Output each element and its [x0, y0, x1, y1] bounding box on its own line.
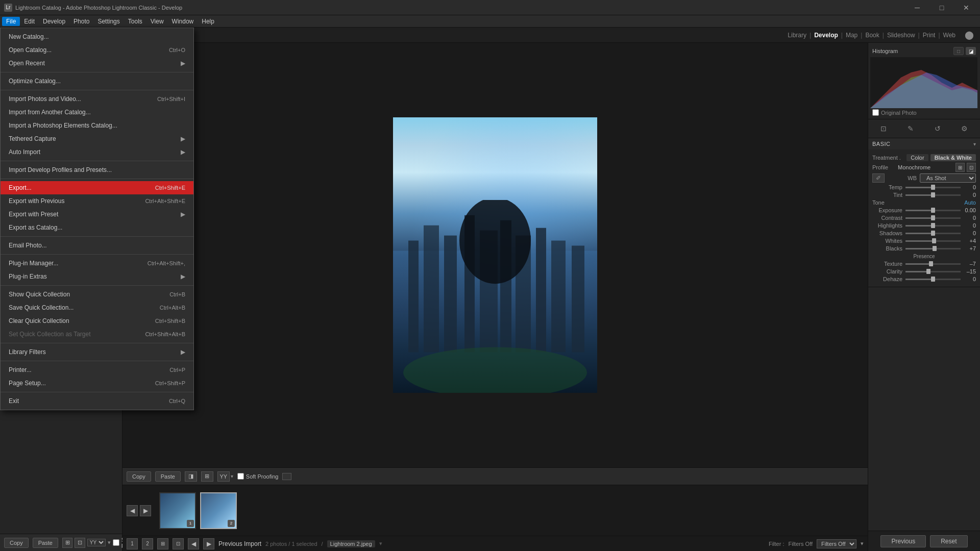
nav-book[interactable]: Book	[862, 32, 882, 39]
tint-track[interactable]	[905, 194, 961, 196]
texture-track[interactable]	[905, 263, 961, 265]
whites-thumb[interactable]	[932, 238, 936, 243]
menu-printer[interactable]: Printer... Ctrl+P	[1, 363, 193, 377]
view-dropdown[interactable]: ▾	[231, 473, 233, 479]
temp-thumb[interactable]	[931, 185, 935, 190]
menu-plugin-manager[interactable]: Plug-in Manager... Ctrl+Alt+Shift+,	[1, 257, 193, 270]
close-button[interactable]: ✕	[954, 0, 978, 15]
hist-icon-1[interactable]: □	[953, 47, 964, 55]
paste-dev-button[interactable]: Paste	[155, 471, 181, 482]
blacks-track[interactable]	[905, 248, 961, 249]
menu-develop[interactable]: Develop	[39, 17, 69, 26]
photo-name[interactable]: Lightroom 2.jpeg	[327, 540, 375, 547]
reset-button[interactable]: Reset	[930, 535, 967, 547]
menu-open-recent[interactable]: Open Recent ▶	[1, 57, 193, 70]
nav-print[interactable]: Print	[920, 32, 939, 39]
nav-develop[interactable]: Develop	[811, 32, 841, 39]
wb-picker-icon[interactable]: ✐	[872, 173, 885, 183]
menu-import-elements[interactable]: Import a Photoshop Elements Catalog...	[1, 119, 193, 132]
soft-proofing-check-2[interactable]	[237, 473, 244, 480]
view-grid-icon[interactable]: ⊞	[62, 538, 73, 548]
crop-tool[interactable]: ⊡	[876, 122, 891, 135]
menu-export-previous[interactable]: Export with Previous Ctrl+Alt+Shift+E	[1, 194, 193, 208]
treatment-color[interactable]: Color	[906, 154, 928, 161]
menu-new-catalog[interactable]: New Catalog...	[1, 30, 193, 43]
nav-web[interactable]: Web	[940, 32, 959, 39]
view-mode-1[interactable]: YY	[217, 471, 230, 482]
menu-tethered-capture[interactable]: Tethered Capture ▶	[1, 132, 193, 145]
shadows-thumb[interactable]	[931, 231, 935, 236]
contrast-track[interactable]	[905, 217, 961, 219]
treatment-bw[interactable]: Black & White	[930, 154, 976, 161]
menu-import-profiles[interactable]: Import Develop Profiles and Presets...	[1, 163, 193, 177]
menu-window[interactable]: Window	[168, 17, 198, 26]
menu-plugin-extras[interactable]: Plug-in Extras ▶	[1, 270, 193, 283]
menu-view[interactable]: View	[146, 17, 168, 26]
contrast-thumb[interactable]	[931, 215, 935, 220]
minimize-button[interactable]: ─	[905, 0, 929, 15]
menu-exit[interactable]: Exit Ctrl+Q	[1, 394, 193, 408]
nav-prev-arrow[interactable]: ◀	[127, 505, 138, 516]
mask-tool[interactable]: ⚙	[958, 122, 972, 135]
menu-export-catalog[interactable]: Export as Catalog...	[1, 221, 193, 234]
grid-view-2[interactable]: 2	[142, 538, 153, 549]
identity-plate[interactable]: ⬤	[965, 30, 974, 40]
copy-dev-button[interactable]: Copy	[127, 471, 151, 482]
filmstrip-next-arrow[interactable]: ▶	[203, 538, 214, 549]
menu-export[interactable]: Export... Ctrl+Shift+E	[1, 181, 193, 194]
menu-tools[interactable]: Tools	[124, 17, 146, 26]
original-photo-label[interactable]: Original Photo	[881, 110, 917, 116]
grid-view-1[interactable]: 1	[127, 538, 138, 549]
menu-page-setup[interactable]: Page Setup... Ctrl+Shift+P	[1, 377, 193, 390]
filmstrip-prev-arrow[interactable]: ◀	[188, 538, 199, 549]
blacks-thumb[interactable]	[933, 246, 937, 251]
nav-map[interactable]: Map	[843, 32, 861, 39]
highlights-thumb[interactable]	[931, 223, 935, 228]
dehaze-thumb[interactable]	[931, 277, 935, 282]
menu-edit[interactable]: Edit	[20, 17, 39, 26]
dehaze-track[interactable]	[905, 279, 961, 280]
menu-auto-import[interactable]: Auto Import ▶	[1, 145, 193, 159]
exposure-thumb[interactable]	[931, 208, 935, 213]
paste-button[interactable]: Paste	[33, 538, 58, 548]
redeye-tool[interactable]: ↺	[930, 122, 945, 135]
previous-button[interactable]: Previous	[880, 535, 926, 547]
maximize-button[interactable]: □	[930, 0, 953, 15]
compare-icon[interactable]: ◨	[185, 471, 197, 482]
menu-show-quick[interactable]: Show Quick Collection Ctrl+B	[1, 288, 193, 301]
menu-import-another[interactable]: Import from Another Catalog...	[1, 106, 193, 119]
temp-track[interactable]	[905, 187, 961, 188]
texture-thumb[interactable]	[929, 261, 933, 266]
grid-view-icon[interactable]: ⊞	[157, 538, 168, 549]
heal-tool[interactable]: ✎	[903, 122, 918, 135]
photo-name-dropdown[interactable]: ▾	[379, 540, 382, 547]
view-loupe-icon[interactable]: ⊡	[75, 538, 85, 548]
original-photo-checkbox[interactable]	[872, 109, 879, 116]
clarity-track[interactable]	[905, 271, 961, 272]
whites-track[interactable]	[905, 240, 961, 242]
basic-section-header[interactable]: Basic ▾	[868, 138, 980, 149]
split-icon[interactable]: ⊞	[201, 471, 213, 482]
nav-library[interactable]: Library	[785, 32, 810, 39]
tone-auto[interactable]: Auto	[964, 199, 976, 206]
menu-settings[interactable]: Settings	[93, 17, 124, 26]
view-select[interactable]: YY	[87, 539, 106, 546]
filmstrip-thumb-1[interactable]: 1	[159, 492, 196, 529]
menu-save-quick[interactable]: Save Quick Collection... Ctrl+Alt+B	[1, 301, 193, 314]
menu-email-photo[interactable]: Email Photo...	[1, 239, 193, 252]
menu-open-catalog[interactable]: Open Catalog... Ctrl+O	[1, 43, 193, 57]
menu-optimize-catalog[interactable]: Optimize Catalog...	[1, 74, 193, 88]
shadows-track[interactable]	[905, 233, 961, 234]
survey-view-icon[interactable]: ⊡	[173, 538, 184, 549]
menu-help[interactable]: Help	[198, 17, 218, 26]
nav-slideshow[interactable]: Slideshow	[884, 32, 918, 39]
exposure-track[interactable]	[905, 210, 961, 211]
tint-thumb[interactable]	[931, 192, 935, 197]
soft-proofing-checkbox[interactable]	[113, 539, 119, 546]
menu-photo[interactable]: Photo	[69, 17, 93, 26]
clarity-thumb[interactable]	[926, 269, 930, 274]
menu-export-preset[interactable]: Export with Preset ▶	[1, 208, 193, 221]
menu-file[interactable]: File	[2, 17, 20, 26]
menu-import-photos[interactable]: Import Photos and Video... Ctrl+Shift+I	[1, 92, 193, 106]
profile-icon-2[interactable]: ⊡	[967, 163, 976, 172]
